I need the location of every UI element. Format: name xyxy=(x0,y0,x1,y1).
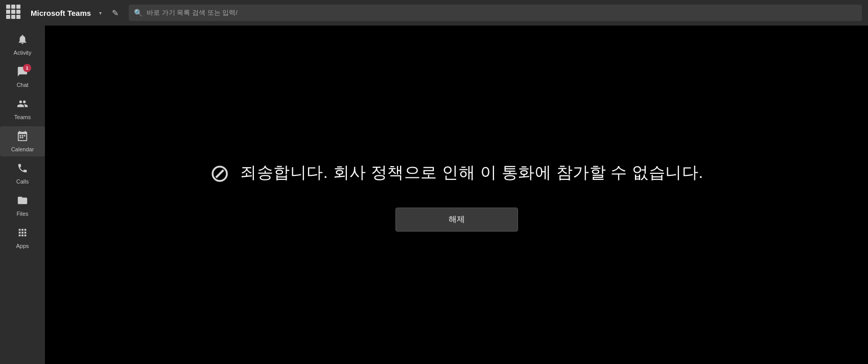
sidebar-item-apps-label: Apps xyxy=(16,243,29,249)
calendar-icon xyxy=(17,130,28,144)
svg-rect-1 xyxy=(22,135,24,136)
compose-icon[interactable]: ✎ xyxy=(112,8,119,18)
sidebar-item-calendar-label: Calendar xyxy=(11,146,34,152)
chat-icon: 1 xyxy=(17,66,28,80)
error-container: ⊘ 죄송합니다. 회사 정책으로 인해 이 통화에 참가할 수 없습니다. 해제 xyxy=(209,158,703,232)
sidebar-item-teams[interactable]: Teams xyxy=(0,94,45,124)
top-bar: Microsoft Teams ▾ ✎ 🔍 바로 가기 목록 검색 또는 입력/ xyxy=(0,0,868,26)
sidebar-item-files-label: Files xyxy=(16,211,28,217)
dismiss-button[interactable]: 해제 xyxy=(395,208,518,232)
sidebar-item-calls[interactable]: Calls xyxy=(0,158,45,189)
apps-icon xyxy=(17,227,28,241)
error-text: 죄송합니다. 회사 정책으로 인해 이 통화에 참가할 수 없습니다. xyxy=(240,162,703,184)
sidebar-item-chat-label: Chat xyxy=(16,82,28,88)
svg-rect-4 xyxy=(22,137,24,139)
content-area: ⊘ 죄송합니다. 회사 정책으로 인해 이 통화에 참가할 수 없습니다. 해제 xyxy=(45,26,868,364)
sidebar-item-calendar[interactable]: Calendar xyxy=(0,126,45,156)
svg-rect-0 xyxy=(20,135,21,136)
sidebar-item-teams-label: Teams xyxy=(14,114,31,120)
search-bar[interactable]: 🔍 바로 가기 목록 검색 또는 입력/ xyxy=(129,5,862,21)
search-placeholder: 바로 가기 목록 검색 또는 입력/ xyxy=(147,8,238,17)
main-layout: Activity 1 Chat Teams xyxy=(0,26,868,364)
search-icon: 🔍 xyxy=(134,9,143,17)
sidebar-item-apps[interactable]: Apps xyxy=(0,223,45,253)
app-title: Microsoft Teams xyxy=(31,9,91,17)
title-chevron: ▾ xyxy=(99,10,102,16)
svg-rect-3 xyxy=(20,137,21,139)
svg-rect-2 xyxy=(24,135,26,136)
sidebar-item-activity[interactable]: Activity xyxy=(0,30,45,60)
chat-badge: 1 xyxy=(23,64,31,72)
sidebar-item-activity-label: Activity xyxy=(14,50,32,56)
app-grid-icon[interactable] xyxy=(6,5,22,21)
sidebar-item-calls-label: Calls xyxy=(16,178,29,185)
bell-icon xyxy=(17,34,28,48)
calls-icon xyxy=(17,163,28,176)
files-icon xyxy=(17,195,28,209)
error-message: ⊘ 죄송합니다. 회사 정책으로 인해 이 통화에 참가할 수 없습니다. xyxy=(209,158,703,187)
sidebar: Activity 1 Chat Teams xyxy=(0,26,45,364)
sidebar-item-files[interactable]: Files xyxy=(0,191,45,221)
no-entry-icon: ⊘ xyxy=(209,158,230,187)
sidebar-item-chat[interactable]: 1 Chat xyxy=(0,62,45,92)
teams-icon xyxy=(17,98,28,112)
